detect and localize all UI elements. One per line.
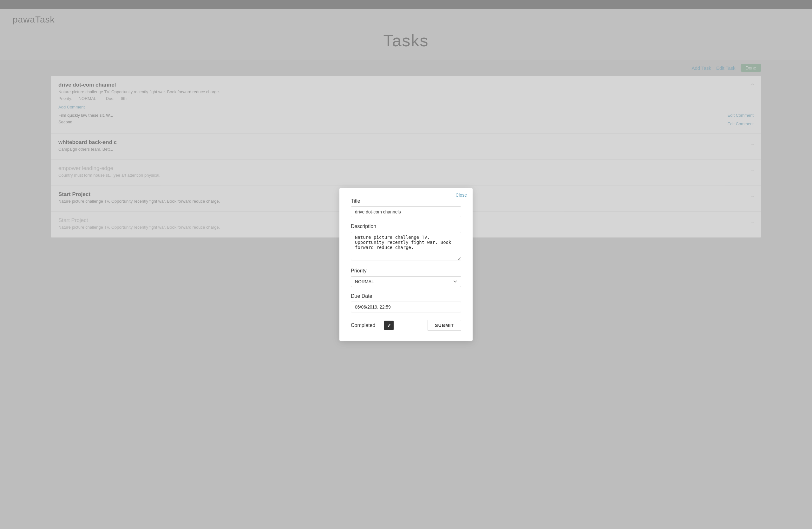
completed-label: Completed — [351, 323, 375, 328]
submit-button[interactable]: SUBMIT — [427, 320, 461, 331]
modal-close-button[interactable]: Close — [455, 192, 467, 197]
modal-footer: Completed SUBMIT — [351, 320, 461, 331]
priority-label: Priority — [351, 268, 461, 274]
due-date-label: Due Date — [351, 293, 461, 299]
modal-overlay: Close Title Description Nature picture c… — [0, 0, 812, 529]
description-label: Description — [351, 224, 461, 229]
completed-checkbox[interactable] — [384, 321, 394, 330]
modal: Close Title Description Nature picture c… — [339, 188, 473, 341]
priority-select[interactable]: NORMAL LOW HIGH — [351, 276, 461, 287]
description-textarea[interactable]: Nature picture challenge TV. Opportunity… — [351, 232, 461, 260]
title-label: Title — [351, 198, 461, 204]
title-input[interactable] — [351, 206, 461, 217]
due-date-input[interactable] — [351, 302, 461, 312]
